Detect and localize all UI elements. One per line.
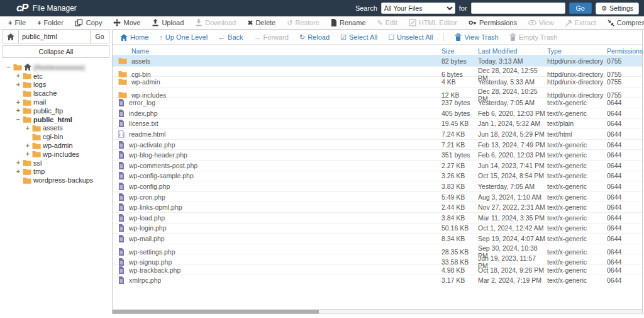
- toolbar-button-rename[interactable]: Rename: [325, 16, 372, 29]
- file-row-wp-admin[interactable]: wp-admin4 KBYesterday, 5:33 AMhttpd/unix…: [113, 76, 642, 87]
- file-row-wp-config-sample.php[interactable]: wp-config-sample.php3.26 KBOct 15, 2024,…: [113, 171, 642, 181]
- expand-node-icon[interactable]: +: [16, 81, 21, 88]
- file-row-wp-cron.php[interactable]: wp-cron.php5.49 KBAug 3, 2024, 1:10 AMte…: [113, 191, 642, 202]
- toolbar-button-label: Download: [205, 19, 236, 26]
- tree-item-public_html[interactable]: −public_html: [3, 115, 109, 124]
- toolbar-button-file[interactable]: +File: [3, 16, 31, 29]
- toolbar-button-label: Move: [123, 19, 140, 26]
- tree-item-tmp[interactable]: +tmp: [3, 168, 109, 176]
- search-go-button[interactable]: Go: [569, 3, 592, 14]
- expand-node-icon[interactable]: +: [25, 150, 30, 157]
- cell-type: text/x-generic: [547, 235, 607, 242]
- path-input[interactable]: [19, 30, 91, 43]
- main-toolbar: +File+FolderCopyMoveUploadDownload✖Delet…: [0, 16, 644, 30]
- tree-item-wp-admin[interactable]: +wp-admin: [3, 141, 109, 150]
- nav-label: Up One Level: [165, 33, 208, 41]
- left-icon: ←: [218, 34, 225, 41]
- toolbar-button-restore: ↺Restore: [281, 16, 325, 29]
- file-row-index.php[interactable]: index.php405 bytesFeb 6, 2020, 12:03 PMt…: [113, 108, 642, 118]
- path-go-button[interactable]: Go: [91, 30, 109, 43]
- nav-up-one-level[interactable]: ↑Up One Level: [159, 33, 208, 41]
- trash-icon: [509, 33, 516, 41]
- toolbar-button-copy[interactable]: Copy: [69, 16, 108, 29]
- file-row-license.txt[interactable]: license.txt19.45 KBJan 1, 2024, 5:32 AMt…: [113, 118, 642, 129]
- horizontal-scrollbar[interactable]: [113, 309, 642, 314]
- column-header-modified[interactable]: Last Modified: [478, 47, 547, 55]
- cell-type: text/x-generic: [547, 266, 607, 274]
- file-row-wp-includes[interactable]: wp-includes12 KBDec 28, 2024, 10:25 PMht…: [113, 87, 642, 98]
- tree-item-cgi-bin[interactable]: cgi-bin: [3, 132, 109, 141]
- tree-item-label: lscache: [33, 89, 57, 97]
- tree-item-etc[interactable]: +etc: [3, 72, 109, 81]
- toolbar-button-folder[interactable]: +Folder: [31, 16, 69, 29]
- expand-node-icon[interactable]: +: [16, 99, 21, 106]
- file-row-cgi-bin[interactable]: cgi-bin6 bytesDec 28, 2024, 12:55 PMhttp…: [113, 66, 642, 77]
- nav-reload[interactable]: ↻Reload: [299, 33, 330, 41]
- folder-icon: [23, 177, 31, 184]
- tree-item-lscache[interactable]: lscache: [3, 89, 109, 98]
- folder-icon: [23, 159, 31, 166]
- folder-icon: [32, 142, 41, 149]
- tree-item-logs[interactable]: +logs: [3, 81, 109, 89]
- file-row-wp-login.php[interactable]: wp-login.php50.16 KBOct 1, 2024, 12:42 A…: [113, 223, 642, 234]
- folder-icon: [23, 107, 31, 114]
- nav-view-trash[interactable]: View Trash: [455, 33, 498, 41]
- column-header-permissions[interactable]: Permissions: [607, 47, 642, 55]
- tree-item-assets[interactable]: +assets: [3, 124, 109, 133]
- tree-item-wordpress-backups[interactable]: wordpress-backups: [3, 176, 109, 185]
- file-row-wp-signup.php[interactable]: wp-signup.php33.58 KBJun 19, 2023, 11:57…: [113, 254, 642, 264]
- file-row-wp-comments-post.php[interactable]: wp-comments-post.php2.27 KBJun 14, 2023,…: [113, 160, 642, 171]
- search-scope-select[interactable]: All Your Files: [381, 3, 455, 14]
- search-input[interactable]: [471, 3, 565, 14]
- file-row-xmlrpc.php[interactable]: xmlrpc.php3.17 KBMar 2, 2024, 7:19 PMtex…: [113, 275, 642, 285]
- column-header-type[interactable]: Type: [547, 47, 607, 55]
- tree-item-mail[interactable]: +mail: [3, 98, 109, 106]
- file-row-assets[interactable]: assets82 bytesToday, 3:13 AMhttpd/unix-d…: [113, 55, 642, 66]
- toolbar-button-move[interactable]: Move: [108, 16, 146, 29]
- cell-type: text/x-generic: [547, 162, 607, 169]
- file-row-wp-trackback.php[interactable]: wp-trackback.php4.98 KBOct 18, 2024, 9:2…: [113, 264, 642, 275]
- toolbar-button-compress[interactable]: Compress: [602, 16, 644, 29]
- file-row-wp-blog-header.php[interactable]: wp-blog-header.php351 bytesFeb 6, 2020, …: [113, 149, 642, 160]
- cell-permissions: 0644: [607, 258, 642, 266]
- file-row-wp-config.php[interactable]: wp-config.php3.83 KBYesterday, 7:05 AMte…: [113, 181, 642, 191]
- file-rows: assets82 bytesToday, 3:13 AMhttpd/unix-d…: [113, 55, 642, 285]
- expand-node-icon[interactable]: +: [16, 168, 21, 175]
- collapse-node-icon[interactable]: −: [6, 64, 11, 71]
- expand-node-icon[interactable]: +: [16, 107, 21, 114]
- collapse-all-button[interactable]: Collapse All: [3, 45, 109, 58]
- column-header-name[interactable]: Name: [113, 47, 441, 55]
- file-row-readme.html[interactable]: readme.html7.24 KBJun 18, 2024, 5:29 PMt…: [113, 128, 642, 139]
- home-path-button[interactable]: [3, 30, 19, 43]
- file-row-wp-links-opml.php[interactable]: wp-links-opml.php2.44 KBNov 27, 2022, 2:…: [113, 202, 642, 212]
- file-row-wp-mail.php[interactable]: wp-mail.php8.34 KBSep 19, 2024, 4:07 AMt…: [113, 233, 642, 244]
- reload-icon: ↻: [299, 34, 305, 41]
- scrollbar-thumb[interactable]: [113, 310, 319, 314]
- expand-node-icon[interactable]: +: [25, 125, 30, 132]
- tree-item-public_ftp[interactable]: +public_ftp: [3, 106, 109, 115]
- column-header-size[interactable]: Size: [441, 47, 478, 55]
- nav-home[interactable]: Home: [120, 33, 148, 41]
- tree-item-ssl[interactable]: +ssl: [3, 159, 109, 168]
- expand-node-icon[interactable]: +: [16, 72, 21, 79]
- nav-select-all[interactable]: ☑Select All: [340, 33, 377, 41]
- file-row-wp-load.php[interactable]: wp-load.php3.84 KBMar 11, 2024, 3:35 PMt…: [113, 212, 642, 223]
- expand-node-icon[interactable]: +: [16, 159, 21, 166]
- cell-type: text/x-generic: [547, 193, 607, 201]
- toolbar-button-permissions[interactable]: Permissions: [463, 16, 523, 29]
- tree-item-label: wp-admin: [43, 142, 73, 149]
- tree-item-root[interactable]: −(/homexxxxxxxx): [3, 63, 109, 72]
- toolbar-button-upload[interactable]: Upload: [146, 16, 189, 29]
- collapse-node-icon[interactable]: −: [16, 116, 21, 123]
- cell-name: wp-comments-post.php: [113, 162, 441, 169]
- expand-node-icon[interactable]: +: [25, 142, 30, 149]
- file-row-wp-activate.php[interactable]: wp-activate.php7.21 KBFeb 13, 2024, 7:49…: [113, 139, 642, 150]
- tree-item-wp-includes[interactable]: +wp-includes: [3, 150, 109, 159]
- nav-unselect-all[interactable]: ☐Unselect All: [388, 33, 433, 41]
- file-row-error_log[interactable]: error_log237 bytesYesterday, 7:05 AMtext…: [113, 97, 642, 108]
- file-row-wp-settings.php[interactable]: wp-settings.php28.35 KBSep 30, 2024, 10:…: [113, 244, 642, 254]
- nav-back[interactable]: ←Back: [218, 33, 243, 41]
- settings-button[interactable]: ⚙Settings: [596, 3, 639, 14]
- cell-name: error_log: [113, 99, 441, 106]
- toolbar-button-delete[interactable]: ✖Delete: [242, 16, 281, 29]
